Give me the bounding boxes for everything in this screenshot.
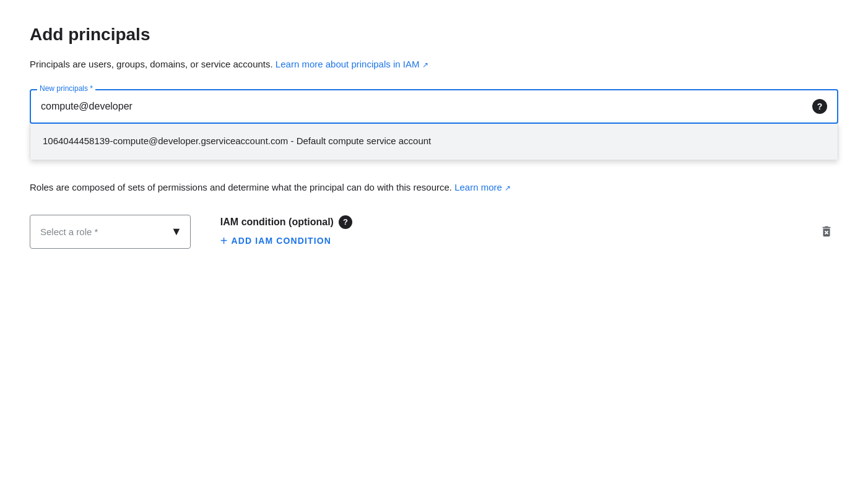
roles-description: Roles are composed of sets of permission… xyxy=(30,175,838,195)
description-text: Principals are users, groups, domains, o… xyxy=(30,59,273,69)
page-title: Add principals xyxy=(30,25,838,45)
suggestion-dropdown: 1064044458139-compute@developer.gservice… xyxy=(30,123,838,160)
bottom-row: Select a role * ▼ IAM condition (optiona… xyxy=(30,215,838,249)
principals-input-container: New principals * ? xyxy=(30,89,838,124)
roles-external-link-icon: ↗ xyxy=(505,184,511,192)
principals-input-wrapper: ? xyxy=(31,90,837,123)
roles-description-text: Roles are composed of sets of permission… xyxy=(30,182,452,192)
add-iam-condition-label: ADD IAM CONDITION xyxy=(232,236,331,246)
add-iam-condition-button[interactable]: + ADD IAM CONDITION xyxy=(220,234,331,248)
role-select-container: Select a role * ▼ xyxy=(30,215,191,249)
suggestion-item[interactable]: 1064044458139-compute@developer.gservice… xyxy=(30,123,838,160)
principals-input[interactable] xyxy=(41,101,807,112)
iam-condition-help-icon[interactable]: ? xyxy=(339,215,352,229)
iam-condition-wrapper: IAM condition (optional) ? + ADD IAM CON… xyxy=(220,215,815,248)
delete-icon xyxy=(820,225,833,238)
delete-button[interactable] xyxy=(815,220,838,243)
principals-input-label: New principals * xyxy=(37,84,95,93)
iam-condition-and-delete: IAM condition (optional) ? + ADD IAM CON… xyxy=(220,215,838,248)
iam-condition-header: IAM condition (optional) ? xyxy=(220,215,352,229)
iam-condition-section: IAM condition (optional) ? + ADD IAM CON… xyxy=(220,215,815,248)
page-description: Principals are users, groups, domains, o… xyxy=(30,57,838,72)
learn-more-roles-link[interactable]: Learn more xyxy=(454,182,502,192)
principals-section: New principals * ? 1064044458139-compute… xyxy=(30,89,838,160)
iam-condition-title: IAM condition (optional) xyxy=(220,217,334,228)
principals-help-icon[interactable]: ? xyxy=(812,99,827,114)
role-select[interactable]: Select a role * xyxy=(30,215,191,249)
learn-more-principals-link[interactable]: Learn more about principals in IAM xyxy=(276,59,420,69)
plus-icon: + xyxy=(220,234,228,248)
external-link-icon: ↗ xyxy=(422,61,428,69)
